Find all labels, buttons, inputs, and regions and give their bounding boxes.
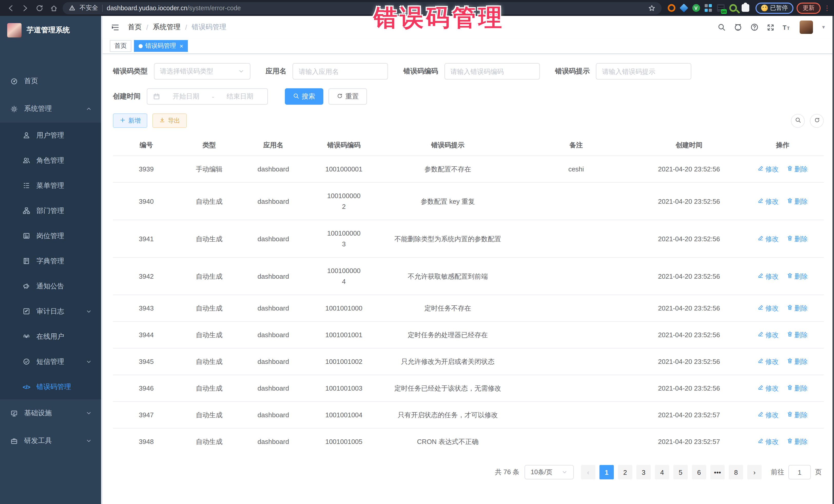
page-button-3[interactable]: 3 xyxy=(636,465,651,479)
page-button-8[interactable]: 8 xyxy=(729,465,743,479)
sidebar-item-系统管理[interactable]: 系统管理 xyxy=(0,95,101,123)
sidebar-item-审计日志[interactable]: 审计日志 xyxy=(0,299,101,324)
sidebar-item-菜单管理[interactable]: 菜单管理 xyxy=(0,173,101,198)
sidebar-logo-row[interactable]: 芋道管理系统 xyxy=(0,16,101,45)
edit-link[interactable]: 修改 xyxy=(758,196,778,206)
edit-link[interactable]: 修改 xyxy=(758,233,778,244)
reset-button[interactable]: 重置 xyxy=(328,88,367,105)
sidebar-item-基础设施[interactable]: 基础设施 xyxy=(0,399,101,427)
sidebar-item-短信管理[interactable]: 短信管理 xyxy=(0,349,101,374)
error-type-select[interactable]: 请选择错误码类型 xyxy=(154,63,250,80)
cell-type: 自动生成 xyxy=(180,220,239,257)
hamburger-icon[interactable] xyxy=(111,23,119,31)
sidebar-item-部门管理[interactable]: 部门管理 xyxy=(0,198,101,223)
puzzle-extension-icon[interactable] xyxy=(741,4,749,12)
sidebar-item-通知公告[interactable]: 通知公告 xyxy=(0,273,101,299)
sidebar-item-角色管理[interactable]: 角色管理 xyxy=(0,148,101,173)
edit-link[interactable]: 修改 xyxy=(758,383,778,394)
address-bar[interactable]: 不安全 dashboard.yudao.iocoder.cn/system/er… xyxy=(63,2,661,14)
github-icon[interactable] xyxy=(734,23,742,31)
delete-link[interactable]: 删除 xyxy=(787,233,808,244)
tab-错误码管理[interactable]: 错误码管理× xyxy=(134,40,188,52)
sidebar-item-在线用户[interactable]: 在线用户 xyxy=(0,324,101,349)
cell-id: 3947 xyxy=(113,401,180,428)
date-range-picker[interactable]: 开始日期 - 结束日期 xyxy=(147,88,268,105)
id-badge-icon xyxy=(23,232,30,240)
list-on-extension-icon[interactable]: on xyxy=(717,4,724,12)
browser-menu-dots-icon[interactable]: ⋮ xyxy=(824,4,829,12)
users-icon xyxy=(23,156,30,164)
page-size-select[interactable]: 10条/页 xyxy=(525,465,574,479)
help-icon[interactable] xyxy=(750,23,759,31)
error-message-input[interactable] xyxy=(602,67,685,75)
profile-paused-badge[interactable]: 已暂停 xyxy=(755,2,793,14)
home-icon[interactable] xyxy=(48,2,60,14)
edit-link[interactable]: 修改 xyxy=(758,271,778,282)
app-name-input[interactable] xyxy=(299,67,382,75)
browser-update-button[interactable]: 更新 xyxy=(796,2,821,14)
edit-link[interactable]: 修改 xyxy=(758,303,778,313)
edit-link[interactable]: 修改 xyxy=(758,410,778,420)
edit-link[interactable]: 修改 xyxy=(758,164,778,175)
url-text[interactable]: dashboard.yudao.iocoder.cn/system/error-… xyxy=(107,4,241,12)
green-v-extension-icon[interactable]: V xyxy=(692,4,700,12)
search-button[interactable]: 搜索 xyxy=(285,88,323,105)
prev-page-button[interactable]: ‹ xyxy=(581,465,595,479)
sidebar-item-错误码管理[interactable]: </> 错误码管理 xyxy=(0,374,101,399)
sidebar-item-首页[interactable]: 首页 xyxy=(0,67,101,95)
page-button-4[interactable]: 4 xyxy=(655,465,669,479)
page-button-2[interactable]: 2 xyxy=(618,465,632,479)
window-scrollbar[interactable] xyxy=(832,16,834,504)
close-tab-icon[interactable]: × xyxy=(180,43,183,49)
reload-icon[interactable] xyxy=(34,2,45,14)
sidebar-item-用户管理[interactable]: 用户管理 xyxy=(0,123,101,148)
export-button[interactable]: 导出 xyxy=(152,113,187,128)
delete-link[interactable]: 删除 xyxy=(787,164,808,175)
delete-link[interactable]: 删除 xyxy=(787,329,808,340)
edit-link[interactable]: 修改 xyxy=(758,356,778,367)
green-key-extension-icon[interactable] xyxy=(729,4,737,12)
chevron-down-icon xyxy=(238,68,244,74)
sidebar-item-岗位管理[interactable]: 岗位管理 xyxy=(0,223,101,248)
back-icon[interactable] xyxy=(5,2,17,14)
next-page-button[interactable]: › xyxy=(747,465,762,479)
grid-extension-icon[interactable] xyxy=(704,4,712,12)
edit-link[interactable]: 修改 xyxy=(758,436,778,447)
delete-link[interactable]: 删除 xyxy=(787,410,808,420)
cell-code: 100100000 3 xyxy=(308,220,380,257)
delete-link[interactable]: 删除 xyxy=(787,271,808,282)
user-avatar[interactable] xyxy=(799,21,813,34)
breadcrumb-system[interactable]: 系统管理 xyxy=(153,23,181,32)
avatar-caret-down-icon[interactable]: ▼ xyxy=(821,25,826,30)
end-date-placeholder[interactable]: 结束日期 xyxy=(218,92,262,101)
refresh-table-button[interactable] xyxy=(810,114,824,128)
fullscreen-icon[interactable] xyxy=(767,23,774,31)
sidebar-item-研发工具[interactable]: 研发工具 xyxy=(0,427,101,455)
edit-link[interactable]: 修改 xyxy=(758,329,778,340)
forward-icon[interactable] xyxy=(20,2,31,14)
delete-link[interactable]: 删除 xyxy=(787,383,808,394)
page-button-1[interactable]: 1 xyxy=(599,465,614,479)
start-date-placeholder[interactable]: 开始日期 xyxy=(164,92,208,101)
blue-gem-extension-icon[interactable] xyxy=(679,4,688,12)
security-label[interactable]: 不安全 xyxy=(80,4,98,12)
goto-page-input[interactable] xyxy=(794,468,805,476)
page-button-6[interactable]: 6 xyxy=(692,465,706,479)
bookmark-star-icon[interactable] xyxy=(648,4,655,12)
delete-link[interactable]: 删除 xyxy=(787,196,808,206)
font-size-icon[interactable]: TT xyxy=(783,23,791,31)
tab-首页[interactable]: 首页 xyxy=(110,40,131,52)
toggle-search-button[interactable] xyxy=(791,114,805,128)
sidebar-item-字典管理[interactable]: 字典管理 xyxy=(0,248,101,273)
search-icon[interactable] xyxy=(718,23,726,31)
cell-app: dashboard xyxy=(239,220,308,257)
delete-link[interactable]: 删除 xyxy=(787,356,808,367)
error-code-input[interactable] xyxy=(451,67,533,75)
delete-link[interactable]: 删除 xyxy=(787,303,808,313)
add-button[interactable]: 新增 xyxy=(113,113,147,128)
breadcrumb-home[interactable]: 首页 xyxy=(128,23,142,32)
more-pages-button[interactable]: ••• xyxy=(710,465,725,479)
page-button-5[interactable]: 5 xyxy=(673,465,688,479)
delete-link[interactable]: 删除 xyxy=(787,436,808,447)
orange-ring-extension-icon[interactable] xyxy=(667,4,675,12)
